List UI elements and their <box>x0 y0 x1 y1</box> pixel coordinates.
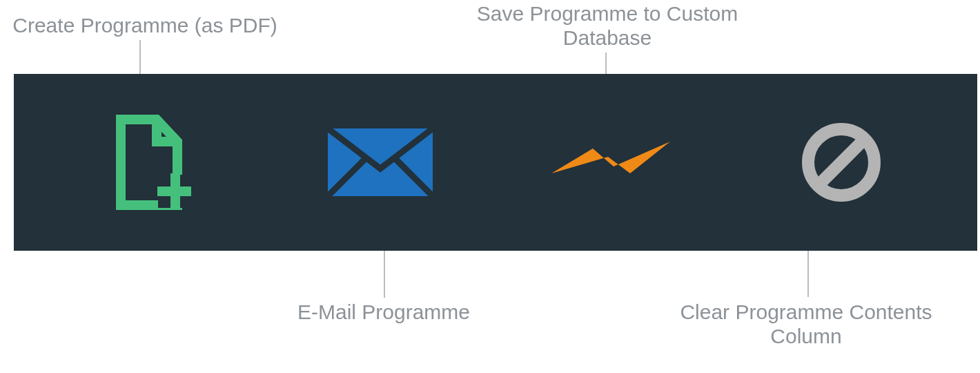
toolbar <box>14 74 977 251</box>
callout-clear: Clear Programme Contents Column <box>668 300 944 348</box>
callout-save-db: Save Programme to Custom Database <box>469 2 745 50</box>
save-programme-db-button[interactable] <box>552 117 669 207</box>
svg-line-6 <box>819 140 863 184</box>
callout-create-pdf: Create Programme (as PDF) <box>0 14 290 38</box>
bolt-icon <box>549 135 673 190</box>
create-programme-pdf-button[interactable] <box>91 117 208 207</box>
svg-rect-2 <box>157 186 191 196</box>
email-programme-button[interactable] <box>322 117 439 207</box>
svg-marker-4 <box>551 142 670 173</box>
envelope-icon <box>325 124 435 200</box>
clear-programme-button[interactable] <box>783 117 900 207</box>
file-add-icon <box>108 114 191 211</box>
prohibited-icon <box>800 121 883 204</box>
callout-email: E-Mail Programme <box>246 300 522 325</box>
